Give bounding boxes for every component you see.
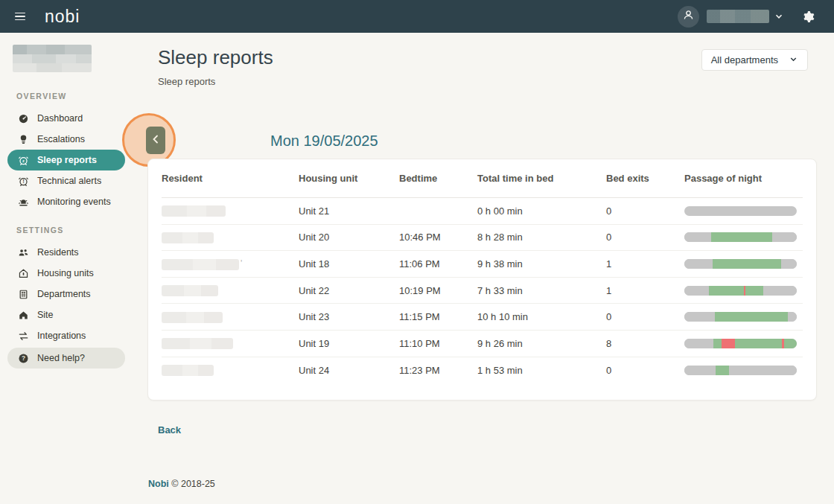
- sidebar-item-label: Need help?: [37, 353, 85, 363]
- passage-segment-green: [715, 312, 788, 322]
- sidebar-item-residents[interactable]: Residents: [7, 242, 125, 263]
- cell-housing-unit: Unit 22: [299, 285, 399, 296]
- table-header-row: Resident Housing unit Bedtime Total time…: [162, 159, 803, 198]
- column-header-resident: Resident: [162, 173, 299, 184]
- svg-text:z: z: [22, 158, 25, 162]
- sidebar-section-label: OVERVIEW: [16, 92, 134, 101]
- sidebar-item-integrations[interactable]: Integrations: [7, 325, 125, 346]
- user-menu-chevron-down-icon[interactable]: [774, 11, 784, 22]
- resident-name-redacted: [162, 259, 239, 270]
- cell-total-time-in-bed: 8 h 28 min: [477, 232, 606, 243]
- table-row[interactable]: Unit 21 0 h 00 min 0: [162, 198, 803, 225]
- sleep-report-table-card: Resident Housing unit Bedtime Total time…: [147, 159, 817, 401]
- cell-passage-of-night: [684, 339, 803, 348]
- column-header-bedtime: Bedtime: [399, 173, 477, 184]
- cell-bedtime: 10:46 PM: [399, 232, 477, 243]
- cell-resident: [162, 311, 299, 323]
- sidebar-item-need-help[interactable]: ? Need help?: [7, 348, 125, 369]
- cell-housing-unit: Unit 19: [299, 338, 399, 349]
- table-row[interactable]: Unit 22 10:19 PM 7 h 33 min 1: [162, 278, 803, 304]
- topbar: nobi: [0, 0, 834, 33]
- table-row[interactable]: Unit 24 11:23 PM 1 h 53 min 0: [162, 357, 803, 384]
- resident-name-suffix: ': [241, 258, 242, 269]
- sidebar-item-sleep-reports[interactable]: z Sleep reports: [7, 150, 125, 170]
- passage-of-night-bar: [684, 259, 797, 269]
- user-avatar[interactable]: [678, 6, 699, 28]
- sidebar-item-dashboard[interactable]: Dashboard: [7, 108, 125, 129]
- sidebar-item-label: Residents: [37, 247, 79, 258]
- sidebar-item-site[interactable]: Site: [7, 304, 125, 325]
- passage-segment-gray: [684, 366, 716, 375]
- cell-housing-unit: Unit 18: [299, 258, 399, 269]
- sidebar-item-departments[interactable]: Departments: [7, 284, 125, 304]
- footer-copyright: Nobi © 2018-25: [148, 479, 215, 489]
- cell-total-time-in-bed: 9 h 26 min: [477, 338, 606, 349]
- sidebar-item-label: Site: [37, 310, 54, 320]
- resident-name-redacted: [162, 232, 214, 243]
- resident-name-redacted: [162, 338, 233, 349]
- page-title: Sleep reports: [158, 46, 273, 69]
- cell-resident: [162, 284, 299, 296]
- menu-hamburger-icon[interactable]: [15, 13, 25, 21]
- residents-icon: [17, 246, 29, 258]
- housing-units-icon: [17, 267, 29, 279]
- passage-of-night-bar: [684, 232, 797, 242]
- sleep-reports-icon: z: [17, 154, 29, 166]
- settings-gear-icon[interactable]: [800, 10, 815, 24]
- cell-bed-exits: 0: [606, 205, 684, 217]
- monitoring-events-icon: [17, 196, 29, 208]
- sidebar-item-technical-alerts[interactable]: ! Technical alerts: [7, 170, 125, 191]
- table-row[interactable]: Unit 19 11:10 PM 9 h 26 min 8: [162, 331, 803, 357]
- column-header-total-time-in-bed: Total time in bed: [477, 173, 606, 184]
- cell-bed-exits: 0: [606, 311, 684, 322]
- passage-segment-green: [711, 232, 772, 242]
- passage-segment-green: [713, 339, 722, 348]
- help-icon: ?: [17, 352, 29, 364]
- cell-passage-of-night: [684, 312, 803, 322]
- back-link[interactable]: Back: [158, 424, 181, 436]
- passage-segment-gray: [684, 259, 713, 269]
- passage-segment-green: [716, 366, 729, 375]
- passage-segment-gray: [729, 366, 797, 375]
- cell-passage-of-night: [684, 259, 803, 269]
- cell-total-time-in-bed: 10 h 10 min: [477, 311, 606, 322]
- passage-segment-gray: [781, 259, 797, 269]
- sidebar-item-label: Escalations: [37, 134, 85, 144]
- sidebar-item-label: Housing units: [37, 268, 94, 278]
- sidebar-item-housing-units[interactable]: Housing units: [7, 263, 125, 284]
- cell-resident: [162, 337, 299, 349]
- facility-logo-redacted: [13, 45, 92, 72]
- cell-bedtime: 11:23 PM: [399, 365, 477, 376]
- cell-resident: [162, 364, 299, 376]
- integrations-icon: [17, 330, 29, 342]
- sidebar-item-escalations[interactable]: Escalations: [7, 129, 125, 150]
- table-row[interactable]: Unit 20 10:46 PM 8 h 28 min 0: [162, 225, 803, 252]
- passage-segment-green: [709, 286, 744, 296]
- cell-passage-of-night: [684, 286, 803, 296]
- passage-of-night-bar: [684, 206, 797, 216]
- cell-housing-unit: Unit 20: [299, 232, 399, 243]
- passage-of-night-bar: [684, 286, 797, 296]
- footer-brand-link[interactable]: Nobi: [148, 479, 169, 489]
- resident-name-redacted: [162, 312, 223, 323]
- passage-segment-gray: [684, 312, 715, 322]
- cell-passage-of-night: [684, 366, 803, 375]
- previous-day-button[interactable]: [146, 127, 165, 154]
- cell-total-time-in-bed: 0 h 00 min: [477, 205, 606, 217]
- user-name-redacted[interactable]: [707, 10, 769, 23]
- cell-bed-exits: 1: [606, 258, 684, 269]
- table-row[interactable]: Unit 23 11:15 PM 10 h 10 min 0: [162, 304, 803, 331]
- svg-text:?: ?: [21, 354, 25, 362]
- cell-bed-exits: 8: [606, 338, 684, 349]
- table-row[interactable]: ' Unit 18 11:06 PM 9 h 38 min 1: [162, 251, 803, 278]
- passage-of-night-bar: [684, 339, 797, 348]
- sidebar-item-label: Dashboard: [37, 113, 83, 124]
- nobi-logo: nobi: [45, 7, 80, 27]
- passage-segment-gray: [684, 286, 709, 296]
- sidebar-item-monitoring-events[interactable]: Monitoring events: [7, 191, 125, 212]
- department-filter-select[interactable]: All departments: [701, 49, 808, 71]
- cell-resident: ': [162, 258, 299, 269]
- resident-name-redacted: [162, 365, 214, 376]
- resident-name-redacted: [162, 285, 218, 296]
- person-icon: [682, 9, 695, 25]
